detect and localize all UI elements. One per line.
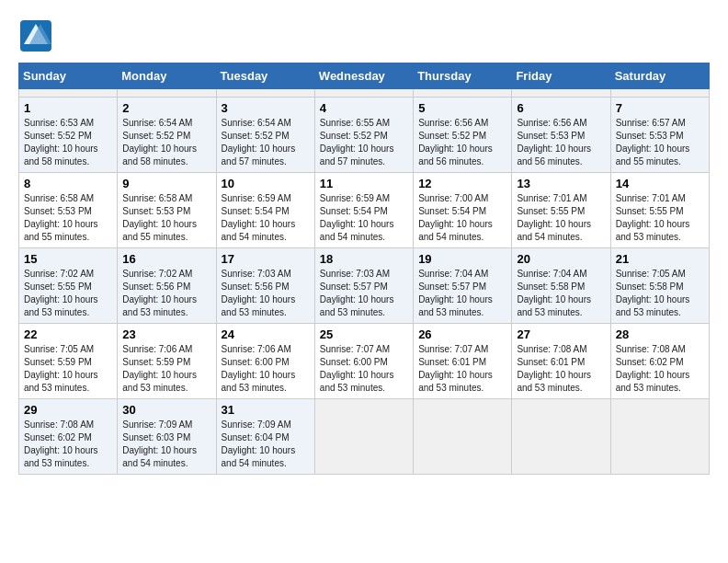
day-info: Sunrise: 7:04 AMSunset: 5:58 PMDaylight:… <box>517 268 605 319</box>
calendar-week-6: 29Sunrise: 7:08 AMSunset: 6:02 PMDayligh… <box>19 399 710 475</box>
calendar-cell: 4Sunrise: 6:55 AMSunset: 5:52 PMDaylight… <box>314 98 413 173</box>
col-wednesday: Wednesday <box>314 63 413 89</box>
calendar-cell: 6Sunrise: 6:56 AMSunset: 5:53 PMDaylight… <box>512 98 610 173</box>
calendar-week-4: 15Sunrise: 7:02 AMSunset: 5:55 PMDayligh… <box>19 248 710 324</box>
day-number: 30 <box>122 403 210 417</box>
page-header <box>18 18 710 53</box>
calendar-cell: 3Sunrise: 6:54 AMSunset: 5:52 PMDaylight… <box>216 98 314 173</box>
calendar-cell: 22Sunrise: 7:05 AMSunset: 5:59 PMDayligh… <box>19 324 118 399</box>
day-number: 3 <box>222 101 310 115</box>
calendar-cell: 16Sunrise: 7:02 AMSunset: 5:56 PMDayligh… <box>118 248 216 324</box>
calendar-cell: 5Sunrise: 6:56 AMSunset: 5:52 PMDaylight… <box>414 98 512 173</box>
day-info: Sunrise: 7:05 AMSunset: 5:59 PMDaylight:… <box>24 343 112 395</box>
day-info: Sunrise: 7:01 AMSunset: 5:55 PMDaylight:… <box>616 192 704 244</box>
calendar-cell <box>216 89 314 98</box>
calendar-week-5: 22Sunrise: 7:05 AMSunset: 5:59 PMDayligh… <box>19 324 710 399</box>
day-info: Sunrise: 7:03 AMSunset: 5:57 PMDaylight:… <box>320 268 408 319</box>
calendar-cell: 30Sunrise: 7:09 AMSunset: 6:03 PMDayligh… <box>118 399 216 475</box>
day-number: 22 <box>24 327 112 341</box>
day-info: Sunrise: 6:54 AMSunset: 5:52 PMDaylight:… <box>122 117 210 168</box>
calendar-cell: 25Sunrise: 7:07 AMSunset: 6:00 PMDayligh… <box>314 324 413 399</box>
day-number: 21 <box>616 252 704 266</box>
calendar-cell: 21Sunrise: 7:05 AMSunset: 5:58 PMDayligh… <box>610 248 709 324</box>
day-number: 29 <box>24 403 112 417</box>
calendar-cell: 19Sunrise: 7:04 AMSunset: 5:57 PMDayligh… <box>414 248 512 324</box>
day-info: Sunrise: 7:06 AMSunset: 6:00 PMDaylight:… <box>222 343 310 395</box>
calendar-cell: 12Sunrise: 7:00 AMSunset: 5:54 PMDayligh… <box>414 173 512 248</box>
logo-icon <box>18 18 53 53</box>
col-sunday: Sunday <box>19 63 118 89</box>
day-number: 23 <box>122 327 210 341</box>
day-number: 15 <box>24 252 112 266</box>
day-number: 13 <box>517 177 605 190</box>
col-friday: Friday <box>512 63 610 89</box>
day-info: Sunrise: 6:58 AMSunset: 5:53 PMDaylight:… <box>122 192 210 244</box>
calendar-table: Sunday Monday Tuesday Wednesday Thursday… <box>18 63 710 475</box>
col-monday: Monday <box>118 63 216 89</box>
day-info: Sunrise: 7:09 AMSunset: 6:03 PMDaylight:… <box>122 419 210 470</box>
day-number: 7 <box>616 101 704 115</box>
calendar-cell: 28Sunrise: 7:08 AMSunset: 6:02 PMDayligh… <box>610 324 709 399</box>
day-info: Sunrise: 7:09 AMSunset: 6:04 PMDaylight:… <box>222 419 310 470</box>
day-info: Sunrise: 7:02 AMSunset: 5:55 PMDaylight:… <box>24 268 112 319</box>
calendar-cell: 31Sunrise: 7:09 AMSunset: 6:04 PMDayligh… <box>216 399 314 475</box>
calendar-cell: 26Sunrise: 7:07 AMSunset: 6:01 PMDayligh… <box>414 324 512 399</box>
day-info: Sunrise: 7:08 AMSunset: 6:02 PMDaylight:… <box>24 419 112 470</box>
calendar-cell <box>414 399 512 475</box>
calendar-week-3: 8Sunrise: 6:58 AMSunset: 5:53 PMDaylight… <box>19 173 710 248</box>
day-info: Sunrise: 7:02 AMSunset: 5:56 PMDaylight:… <box>122 268 210 319</box>
day-number: 6 <box>517 101 605 115</box>
day-info: Sunrise: 7:08 AMSunset: 6:02 PMDaylight:… <box>616 343 704 395</box>
day-number: 31 <box>222 403 310 417</box>
calendar-week-1 <box>19 89 710 98</box>
day-info: Sunrise: 7:08 AMSunset: 6:01 PMDaylight:… <box>517 343 605 395</box>
calendar-cell <box>610 399 709 475</box>
day-number: 1 <box>24 101 112 115</box>
day-number: 16 <box>122 252 210 266</box>
day-number: 14 <box>616 177 704 190</box>
day-info: Sunrise: 6:58 AMSunset: 5:53 PMDaylight:… <box>24 192 112 244</box>
calendar-cell <box>118 89 216 98</box>
day-number: 28 <box>616 327 704 341</box>
calendar-cell: 10Sunrise: 6:59 AMSunset: 5:54 PMDayligh… <box>216 173 314 248</box>
day-info: Sunrise: 7:01 AMSunset: 5:55 PMDaylight:… <box>517 192 605 244</box>
col-tuesday: Tuesday <box>216 63 314 89</box>
calendar-cell: 1Sunrise: 6:53 AMSunset: 5:52 PMDaylight… <box>19 98 118 173</box>
day-number: 2 <box>122 101 210 115</box>
calendar-cell <box>414 89 512 98</box>
day-number: 26 <box>418 327 506 341</box>
calendar-cell: 18Sunrise: 7:03 AMSunset: 5:57 PMDayligh… <box>314 248 413 324</box>
day-number: 24 <box>222 327 310 341</box>
calendar-cell: 9Sunrise: 6:58 AMSunset: 5:53 PMDaylight… <box>118 173 216 248</box>
day-info: Sunrise: 7:04 AMSunset: 5:57 PMDaylight:… <box>418 268 506 319</box>
day-number: 19 <box>418 252 506 266</box>
calendar-cell <box>314 399 413 475</box>
calendar-cell: 13Sunrise: 7:01 AMSunset: 5:55 PMDayligh… <box>512 173 610 248</box>
col-saturday: Saturday <box>610 63 709 89</box>
calendar-week-2: 1Sunrise: 6:53 AMSunset: 5:52 PMDaylight… <box>19 98 710 173</box>
day-number: 5 <box>418 101 506 115</box>
day-info: Sunrise: 6:54 AMSunset: 5:52 PMDaylight:… <box>222 117 310 168</box>
day-info: Sunrise: 6:57 AMSunset: 5:53 PMDaylight:… <box>616 117 704 168</box>
day-info: Sunrise: 7:07 AMSunset: 6:00 PMDaylight:… <box>320 343 408 395</box>
day-number: 10 <box>222 177 310 190</box>
day-info: Sunrise: 6:56 AMSunset: 5:53 PMDaylight:… <box>517 117 605 168</box>
day-info: Sunrise: 6:59 AMSunset: 5:54 PMDaylight:… <box>320 192 408 244</box>
day-number: 18 <box>320 252 408 266</box>
calendar-cell: 15Sunrise: 7:02 AMSunset: 5:55 PMDayligh… <box>19 248 118 324</box>
calendar-cell: 14Sunrise: 7:01 AMSunset: 5:55 PMDayligh… <box>610 173 709 248</box>
day-info: Sunrise: 7:05 AMSunset: 5:58 PMDaylight:… <box>616 268 704 319</box>
day-number: 9 <box>122 177 210 190</box>
calendar-cell: 29Sunrise: 7:08 AMSunset: 6:02 PMDayligh… <box>19 399 118 475</box>
day-info: Sunrise: 6:56 AMSunset: 5:52 PMDaylight:… <box>418 117 506 168</box>
calendar-cell: 24Sunrise: 7:06 AMSunset: 6:00 PMDayligh… <box>216 324 314 399</box>
day-number: 4 <box>320 101 408 115</box>
day-info: Sunrise: 7:03 AMSunset: 5:56 PMDaylight:… <box>222 268 310 319</box>
day-number: 12 <box>418 177 506 190</box>
calendar-cell: 27Sunrise: 7:08 AMSunset: 6:01 PMDayligh… <box>512 324 610 399</box>
logo <box>18 18 57 53</box>
calendar-cell <box>512 89 610 98</box>
day-number: 8 <box>24 177 112 190</box>
calendar-cell: 17Sunrise: 7:03 AMSunset: 5:56 PMDayligh… <box>216 248 314 324</box>
day-info: Sunrise: 6:53 AMSunset: 5:52 PMDaylight:… <box>24 117 112 168</box>
